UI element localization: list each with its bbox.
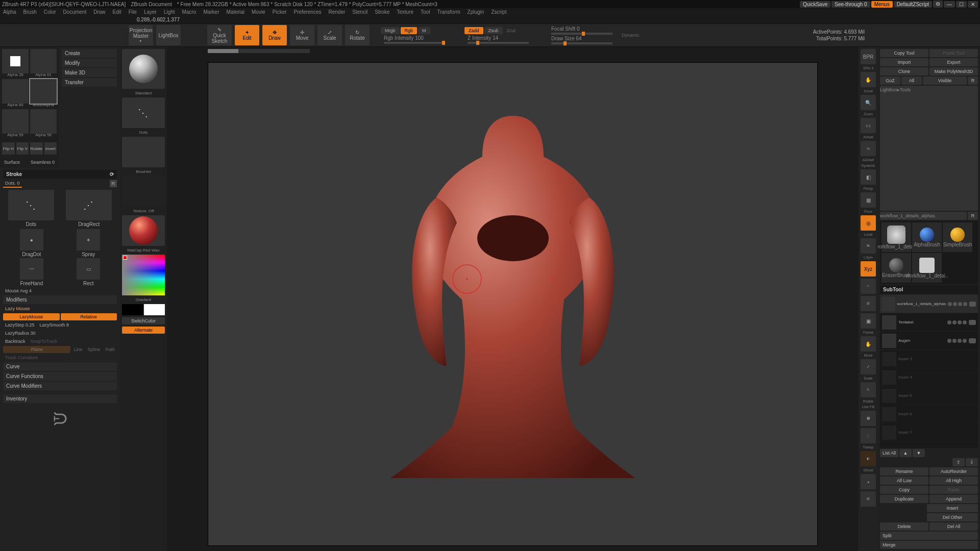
subtool-row[interactable]: Insert 6 (880, 405, 978, 423)
del-other-button[interactable]: Del Other (927, 513, 978, 521)
center-button[interactable]: ✧ (861, 279, 876, 294)
paste-button[interactable]: Paste (929, 486, 978, 494)
color-swatch-b[interactable] (144, 304, 165, 315)
stroke-dragdot-thumb[interactable]: ● (20, 229, 43, 251)
move-button[interactable]: ✢Move (290, 25, 314, 45)
zoom-button[interactable]: 🔍 (861, 95, 876, 110)
goz-button[interactable]: GoZ (880, 77, 900, 85)
alpha-thumb[interactable] (2, 109, 29, 134)
rename-button[interactable]: Rename (880, 467, 928, 475)
lsym-button[interactable]: ⇋ (861, 238, 876, 254)
solo-button[interactable]: ● (861, 474, 876, 489)
stroke-type-label[interactable]: Dots. 0 (3, 180, 22, 188)
mouse-avg-slider[interactable]: Mouse Avg 4 (3, 287, 117, 294)
minimize-icon[interactable]: — (944, 1, 955, 8)
tool-thumb[interactable]: workflow_1_detai.. (912, 253, 942, 283)
menu-stencil[interactable]: Stencil (352, 9, 368, 15)
create-item[interactable]: Create (62, 49, 117, 58)
plane-button[interactable]: Plane (3, 346, 70, 353)
seamless-slider[interactable]: Seamless 0 (29, 159, 57, 166)
maximize-icon[interactable]: ☐ (956, 1, 967, 8)
lazysmooth-slider[interactable]: LazySmooth 8 (38, 321, 71, 329)
tool-thumb[interactable]: SimpleBrush (943, 222, 972, 252)
arrow-down-icon[interactable]: ▼ (913, 449, 925, 457)
goz-visible-button[interactable]: Visible (923, 77, 967, 85)
eye-icon[interactable] (969, 338, 976, 343)
menu-brush[interactable]: Brush (23, 9, 37, 15)
window-icon[interactable]: ⧉ (933, 1, 943, 8)
subtool-row[interactable]: Insert 5 (880, 387, 978, 405)
persp-button[interactable]: ◧ (861, 169, 876, 185)
subtool-row[interactable]: Insert 7 (880, 423, 978, 442)
xyz-button[interactable]: Xyz (861, 261, 876, 277)
paste-tool-button[interactable]: Paste Tool (929, 49, 978, 57)
fit-button[interactable]: ⊞ (861, 296, 876, 311)
subtool-row[interactable]: Augen (880, 332, 978, 350)
transfer-item[interactable]: Transfer (62, 78, 117, 87)
stroke-dots-thumb[interactable]: ⋱ (8, 190, 54, 220)
see-through-button[interactable]: See-through 0 (831, 1, 870, 8)
menu-edit[interactable]: Edit (113, 9, 121, 15)
menu-file[interactable]: File (129, 9, 137, 15)
material-preview[interactable] (122, 215, 165, 246)
actual-button[interactable]: 1:1 (861, 118, 876, 133)
lazymouse-toggle[interactable]: LazyMouse (3, 313, 60, 320)
move-up-icon[interactable]: ⇧ (952, 458, 965, 466)
refresh-icon[interactable]: ⟳ (110, 171, 114, 177)
transp-button[interactable]: ◌ (861, 428, 876, 443)
delete-button[interactable]: Delete (880, 522, 928, 531)
z-intensity-slider[interactable]: Z Intensity 14 (468, 35, 529, 41)
menu-draw[interactable]: Draw (93, 9, 105, 15)
subtool-row[interactable]: Insert 4 (880, 368, 978, 387)
tool-thumb[interactable]: workflow_1_detai.. (881, 222, 911, 252)
frame-button[interactable]: ▣ (861, 313, 876, 329)
invert-button[interactable]: Invert (44, 142, 57, 155)
polyf-button[interactable]: ⊞ (861, 491, 876, 507)
alpha-thumb[interactable] (2, 49, 29, 73)
curve-item[interactable]: Curve (3, 362, 117, 371)
alternate-button[interactable]: Alternate (122, 327, 165, 334)
default-zscript-button[interactable]: DefaultZScript (894, 1, 932, 8)
insert-button[interactable]: Insert (927, 504, 978, 512)
export-button[interactable]: Export (929, 58, 978, 66)
copy-button[interactable]: Copy (880, 486, 928, 494)
rotate-button[interactable]: ↻Rotate (345, 25, 370, 45)
subtool-header[interactable]: SubTool (880, 285, 978, 294)
stroke-preview[interactable]: ⋱ (122, 97, 165, 128)
menu-transform[interactable]: Transform (437, 9, 460, 15)
del-all-button[interactable]: Del All (929, 522, 978, 531)
menu-movie[interactable]: Movie (252, 9, 265, 15)
viewport[interactable] (208, 62, 818, 546)
menu-tool[interactable]: Tool (421, 9, 430, 15)
modify-item[interactable]: Modify (62, 59, 117, 67)
stroke-spray-thumb[interactable]: ✶ (77, 229, 100, 251)
stroke-freehand-thumb[interactable]: 〰 (20, 258, 43, 280)
spline-button[interactable]: Spline (85, 346, 102, 353)
menu-zplugin[interactable]: Zplugin (468, 9, 484, 15)
relative-toggle[interactable]: Relative (61, 313, 117, 320)
menu-render[interactable]: Render (329, 9, 346, 15)
move-down-icon[interactable]: ⇩ (966, 458, 978, 466)
menu-macro[interactable]: Macro (182, 9, 197, 15)
menu-color[interactable]: Color (44, 9, 56, 15)
color-picker[interactable] (122, 255, 165, 295)
lazystep-slider[interactable]: LazyStep 0.25 (3, 321, 37, 329)
path-button[interactable]: Path (103, 346, 117, 353)
alpha-thumb[interactable] (30, 79, 57, 104)
subtool-row[interactable]: Tentakel (880, 313, 978, 332)
subtool-row[interactable]: Insert 3 (880, 350, 978, 368)
stroke-rect-thumb[interactable]: ▭ (77, 258, 100, 280)
alpha-thumb[interactable] (30, 109, 57, 134)
scale-view-button[interactable]: ⤢ (861, 359, 876, 374)
r-button-2[interactable]: R (968, 212, 978, 220)
flip-v-button[interactable]: Flip V (16, 142, 29, 155)
merge-button[interactable]: Merge (880, 541, 978, 549)
brush-preview[interactable] (122, 49, 165, 89)
curve-modifiers-item[interactable]: Curve Modifiers (3, 382, 117, 390)
lazyradius-slider[interactable]: LazyRadius 30 (3, 330, 117, 337)
zadd-button[interactable]: Zadd (464, 27, 483, 34)
alpha-thumb[interactable] (2, 79, 29, 104)
stroke-section-header[interactable]: Stroke ⟳ (3, 170, 117, 179)
color-swatch-a[interactable] (122, 304, 143, 315)
append-button[interactable]: Append (929, 495, 978, 503)
